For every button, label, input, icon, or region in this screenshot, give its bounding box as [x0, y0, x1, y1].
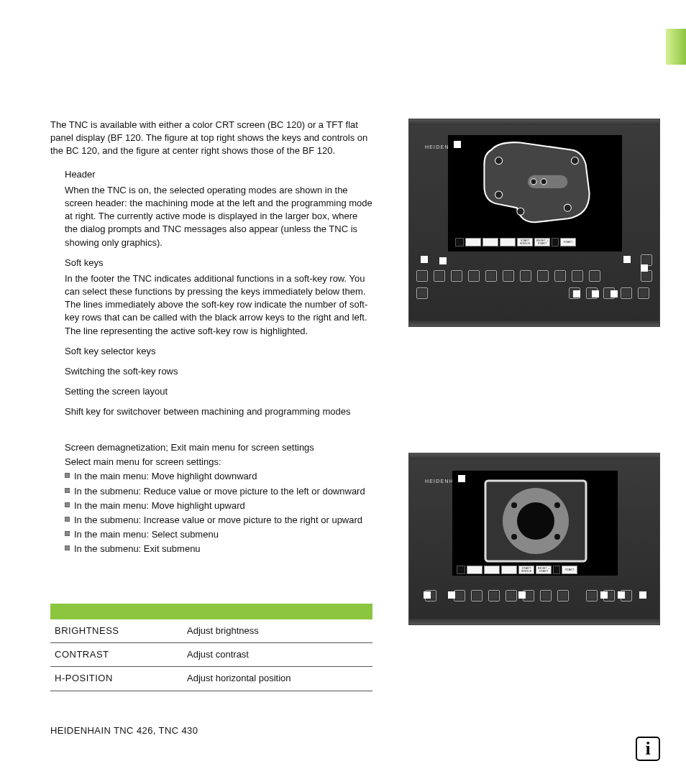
section-switch-rows: Switching the soft-key rows: [65, 365, 372, 378]
softkey: [500, 238, 516, 246]
figure-bc120: HEIDENHAIN START SINGLE RESET + START ST…: [408, 119, 660, 327]
list-item: In the main menu: Move highlight upward: [65, 499, 367, 512]
hw-key: [586, 590, 598, 601]
callout-marker: [623, 256, 631, 263]
callout-marker: [458, 475, 465, 482]
svg-point-3: [495, 157, 503, 165]
softkey: [484, 566, 500, 574]
list-item: In the main menu: Move highlight downwar…: [65, 470, 367, 483]
softkey: [483, 238, 498, 246]
section-shift-key: Shift key for switchover between machini…: [65, 405, 372, 418]
table-cell: H-POSITION: [55, 672, 187, 685]
softkey: START: [560, 238, 576, 246]
settings-line-2: Select main menu for screen settings:: [65, 456, 367, 469]
tft-screen: [452, 471, 618, 576]
square-bullet-icon: [65, 545, 70, 550]
hw-key: [503, 270, 514, 282]
list-item: In the submenu: Increase value or move p…: [65, 514, 367, 527]
callout-marker: [518, 591, 526, 599]
softkey: [467, 566, 483, 574]
hw-key: [434, 270, 445, 282]
hw-key: [468, 270, 480, 282]
svg-point-1: [531, 179, 536, 185]
hw-key: [540, 590, 552, 601]
square-bullet-icon: [65, 502, 70, 507]
callout-marker: [610, 290, 618, 298]
bullet-text: In the submenu: Reduce value or move pic…: [74, 485, 365, 498]
softkey: RESET + START: [534, 238, 550, 246]
hw-key: [572, 270, 583, 282]
hw-key-side: [416, 270, 428, 282]
table-row: CONTRASTAdjust contrast: [50, 643, 372, 667]
svg-point-6: [564, 204, 571, 211]
hw-key: [416, 287, 428, 299]
bullet-text: In the submenu: Exit submenu: [74, 543, 201, 555]
hw-key: [589, 270, 600, 282]
info-icon: i: [636, 737, 660, 761]
callout-marker: [424, 591, 431, 599]
hw-key-side: [641, 270, 652, 282]
softkey-row: START SINGLE RESET + START START: [457, 566, 577, 574]
settings-line-1: Screen demagnetization; Exit main menu f…: [65, 441, 367, 454]
svg-point-14: [554, 534, 560, 540]
hw-key: [506, 590, 517, 601]
table-row: H-POSITIONAdjust horizontal position: [50, 667, 372, 691]
hw-key: [451, 270, 462, 282]
svg-point-2: [541, 179, 546, 185]
callout-marker: [439, 257, 447, 264]
callout-marker: [454, 141, 461, 148]
svg-point-12: [554, 502, 560, 508]
hw-key: [520, 270, 531, 282]
softkey-indicator: [455, 238, 464, 246]
callout-marker: [618, 591, 625, 599]
section-list: Header When the TNC is on, the selected …: [65, 168, 372, 419]
table-cell: Adjust horizontal position: [187, 672, 368, 685]
hw-key: [621, 287, 632, 299]
softkey-indicator: [457, 566, 465, 574]
bullet-text: In the main menu: Select submenu: [74, 528, 219, 541]
hw-key: [488, 590, 500, 601]
callout-marker: [600, 591, 608, 599]
softkey: [501, 566, 517, 574]
section-selector-keys: Soft key selector keys: [65, 345, 372, 358]
square-bullet-icon: [65, 517, 70, 522]
figure-bf120: HEIDENHAIN START SINGLE RESET + START ST…: [408, 453, 660, 625]
svg-point-5: [495, 191, 503, 198]
bezel-bottom: [409, 619, 659, 624]
callout-marker: [421, 256, 428, 263]
softkey-gap: [553, 566, 560, 574]
callout-marker: [641, 264, 648, 272]
bullet-text: In the submenu: Increase value or move p…: [74, 514, 362, 527]
settings-table: BRIGHTNESSAdjust brightness CONTRASTAdju…: [50, 604, 372, 691]
footer-model-label: HEIDENHAIN TNC 426, TNC 430: [50, 724, 198, 737]
svg-point-10: [517, 502, 554, 540]
bullet-text: In the main menu: Move highlight upward: [74, 499, 245, 512]
softkey-row: START SINGLE RESET + START START: [455, 238, 576, 246]
callout-marker: [448, 591, 455, 599]
softkey: START SINGLE: [518, 566, 534, 574]
crt-screen: [448, 135, 622, 252]
hw-key: [454, 590, 465, 601]
table-cell: Adjust contrast: [187, 648, 368, 661]
page-edge-tab: [666, 29, 686, 65]
svg-point-11: [511, 502, 517, 508]
bullet-list: In the main menu: Move highlight downwar…: [65, 470, 367, 555]
bezel-top: [409, 119, 659, 125]
hw-key: [638, 287, 649, 299]
table-cell: CONTRAST: [55, 648, 187, 661]
callout-marker: [639, 591, 646, 599]
list-item: In the submenu: Reduce value or move pic…: [65, 485, 367, 498]
part-graphic: [448, 135, 622, 252]
softkey: START: [562, 566, 577, 574]
table-cell: Adjust brightness: [187, 624, 368, 637]
table-cell: BRIGHTNESS: [55, 624, 187, 637]
hw-key: [537, 270, 549, 282]
square-bullet-icon: [65, 531, 70, 536]
list-item: In the submenu: Exit submenu: [65, 543, 367, 555]
softkey: RESET + START: [536, 566, 552, 574]
svg-point-13: [511, 534, 517, 540]
square-bullet-icon: [65, 488, 70, 493]
callout-marker: [592, 290, 599, 298]
svg-point-7: [517, 208, 524, 215]
section-softkeys: Soft keys In the footer the TNC indicate…: [65, 257, 372, 338]
